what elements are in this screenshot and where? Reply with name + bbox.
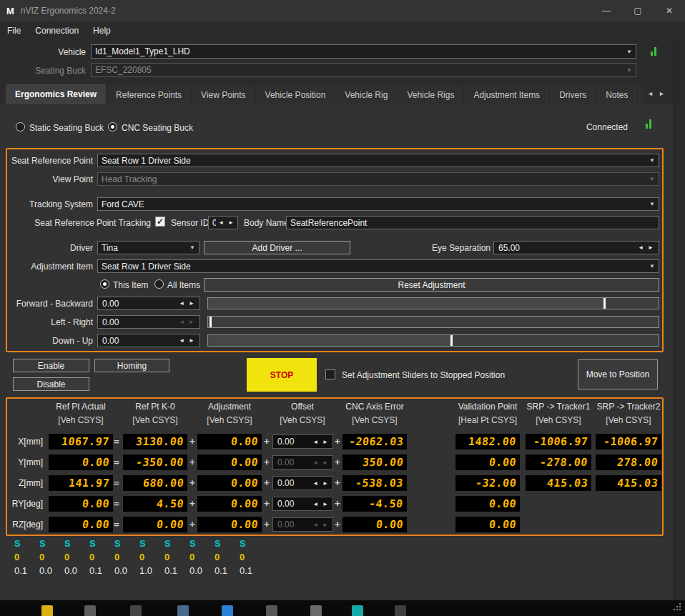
offset-spinner-rz[interactable]: 0.00◄► xyxy=(272,517,333,532)
vertical-scrollbar[interactable] xyxy=(673,40,685,600)
stopped-position-checkbox[interactable] xyxy=(325,369,335,379)
menu-connection[interactable]: Connection xyxy=(28,21,86,40)
plus-operator: + xyxy=(264,519,270,530)
spin-right-icon[interactable]: ► xyxy=(226,219,236,226)
spinner-down-up[interactable]: 0.00◄► xyxy=(97,334,200,347)
chevron-down-icon: ▼ xyxy=(649,263,655,269)
close-icon[interactable]: ✕ xyxy=(654,0,685,21)
minimize-icon[interactable]: — xyxy=(591,0,622,21)
this-item-radio[interactable] xyxy=(100,279,109,289)
slider-forward-backward[interactable] xyxy=(207,297,659,309)
spinner-left-right[interactable]: 0.00◄► xyxy=(97,315,200,329)
taskbar-icon-4[interactable] xyxy=(222,605,233,616)
stopped-position-label: Set Adjustment Sliders to Stopped Positi… xyxy=(342,370,505,380)
resize-grip-icon[interactable] xyxy=(679,603,681,605)
sensor-status-s-8: S xyxy=(215,538,221,549)
spin-left-icon[interactable]: ◄ xyxy=(310,439,320,445)
srp-tracking-checkbox[interactable] xyxy=(155,217,165,227)
driver-select[interactable]: Tina ▼ xyxy=(97,241,199,254)
spin-left-icon[interactable]: ◄ xyxy=(636,244,646,251)
spin-left-icon[interactable]: ◄ xyxy=(177,300,187,307)
spin-right-icon[interactable]: ► xyxy=(187,300,197,307)
slider-left-right[interactable] xyxy=(207,316,659,328)
all-items-radio[interactable] xyxy=(154,279,164,289)
eye-separation-spinner[interactable]: 65.00 ◄ ► xyxy=(493,241,659,254)
spin-left-icon[interactable]: ◄ xyxy=(310,522,320,528)
stop-button[interactable]: STOP xyxy=(247,358,317,392)
spin-right-icon[interactable]: ► xyxy=(320,459,330,466)
enable-button[interactable]: Enable xyxy=(13,359,89,372)
slider-handle[interactable] xyxy=(210,317,212,327)
readout-col-cnc-axis-error: CNC Axis Error xyxy=(328,402,421,412)
offset-spinner-ry[interactable]: 0.00◄► xyxy=(272,497,333,511)
sensor-id-spinner[interactable]: 0 ◄ ► xyxy=(208,216,238,229)
taskbar-icon-1[interactable] xyxy=(84,605,96,616)
taskbar-icon-3[interactable] xyxy=(177,605,189,616)
tab-vehicle-rigs[interactable]: Vehicle Rigs xyxy=(398,86,464,104)
tab-drivers[interactable]: Drivers xyxy=(550,86,596,104)
slider-handle[interactable] xyxy=(603,298,606,309)
spin-left-icon[interactable]: ◄ xyxy=(310,459,320,466)
disable-button[interactable]: Disable xyxy=(13,377,89,391)
spin-right-icon[interactable]: ► xyxy=(187,337,197,344)
tab-reference-points[interactable]: Reference Points xyxy=(107,86,192,104)
menu-help[interactable]: Help xyxy=(86,21,118,40)
spin-right-icon[interactable]: ► xyxy=(320,480,330,487)
slider-down-up[interactable] xyxy=(207,334,659,347)
chevron-down-icon: ▼ xyxy=(649,201,655,207)
cnc-seating-buck-radio[interactable] xyxy=(108,122,117,131)
display-ry-adjustment: 0.00 xyxy=(197,496,262,512)
tab-ergonomics-review[interactable]: Ergonomics Review xyxy=(6,84,107,104)
move-to-position-button[interactable]: Move to Position xyxy=(578,359,658,389)
seating-buck-select[interactable]: EFSC_220805 ▼ xyxy=(91,63,636,77)
seat-reference-point-select[interactable]: Seat Row 1 Driver Side ▼ xyxy=(97,154,659,167)
spinner-forward-backward[interactable]: 0.00◄► xyxy=(97,297,200,310)
tab-vehicle-rig[interactable]: Vehicle Rig xyxy=(335,86,398,104)
vehicle-select[interactable]: Id1_Model1_Type1_LHD ▼ xyxy=(91,44,636,59)
taskbar-icon-7[interactable] xyxy=(352,605,363,616)
offset-spinner-y[interactable]: 0.00◄► xyxy=(272,455,333,470)
tab-opti[interactable]: Opti xyxy=(638,86,644,104)
tab-adjustment-items[interactable]: Adjustment Items xyxy=(464,86,550,104)
reset-adjustment-button[interactable]: Reset Adjustment xyxy=(204,278,659,292)
maximize-icon[interactable]: ▢ xyxy=(622,0,654,21)
tab-notes[interactable]: Notes xyxy=(596,86,638,104)
offset-spinner-z[interactable]: 0.00◄► xyxy=(272,476,333,490)
tracking-system-select[interactable]: Ford CAVE ▼ xyxy=(97,197,659,211)
display-z-srp-tracker2: 415.03 xyxy=(596,475,661,491)
sensor-status-zero-9: 0 xyxy=(240,552,245,562)
plus-operator: + xyxy=(189,457,195,467)
taskbar-icon-0[interactable] xyxy=(41,605,53,616)
taskbar-icon-8[interactable] xyxy=(395,605,406,616)
add-driver-button[interactable]: Add Driver ... xyxy=(204,241,350,254)
homing-button[interactable]: Homing xyxy=(94,359,169,372)
offset-spinner-x[interactable]: 0.00◄► xyxy=(272,434,333,449)
taskbar-icon-2[interactable] xyxy=(130,605,142,616)
body-name-input[interactable]: SeatReferencePoint xyxy=(286,216,659,229)
tab-scroll-right-icon[interactable]: ► xyxy=(659,90,665,97)
spin-left-icon[interactable]: ◄ xyxy=(310,501,320,507)
spin-left-icon[interactable]: ◄ xyxy=(310,480,320,487)
sensor-status-value-0: 0.1 xyxy=(14,565,27,576)
display-z-cnc-axis-error: -538.03 xyxy=(342,475,407,491)
taskbar-icon-5[interactable] xyxy=(266,605,277,616)
view-point-select[interactable]: Head Tracking ▼ xyxy=(97,172,659,186)
connection-signal-icon xyxy=(651,47,656,56)
static-seating-buck-radio[interactable] xyxy=(16,122,25,131)
tab-view-points[interactable]: View Points xyxy=(192,86,255,104)
spin-right-icon[interactable]: ► xyxy=(187,319,197,325)
slider-handle[interactable] xyxy=(450,335,453,346)
spin-right-icon[interactable]: ► xyxy=(646,244,656,251)
spin-left-icon[interactable]: ◄ xyxy=(216,219,226,226)
spin-left-icon[interactable]: ◄ xyxy=(177,337,187,344)
spin-right-icon[interactable]: ► xyxy=(320,522,330,528)
tab-scroll-left-icon[interactable]: ◄ xyxy=(647,90,654,97)
menu-file[interactable]: File xyxy=(0,21,28,40)
spin-right-icon[interactable]: ► xyxy=(320,501,330,507)
tab-vehicle-position[interactable]: Vehicle Position xyxy=(256,86,336,104)
adjustment-item-select[interactable]: Seat Row 1 Driver Side ▼ xyxy=(97,259,659,273)
spin-left-icon[interactable]: ◄ xyxy=(177,319,187,325)
spin-right-icon[interactable]: ► xyxy=(320,439,330,445)
taskbar-icon-6[interactable] xyxy=(310,605,322,616)
chevron-down-icon: ▼ xyxy=(626,67,632,74)
